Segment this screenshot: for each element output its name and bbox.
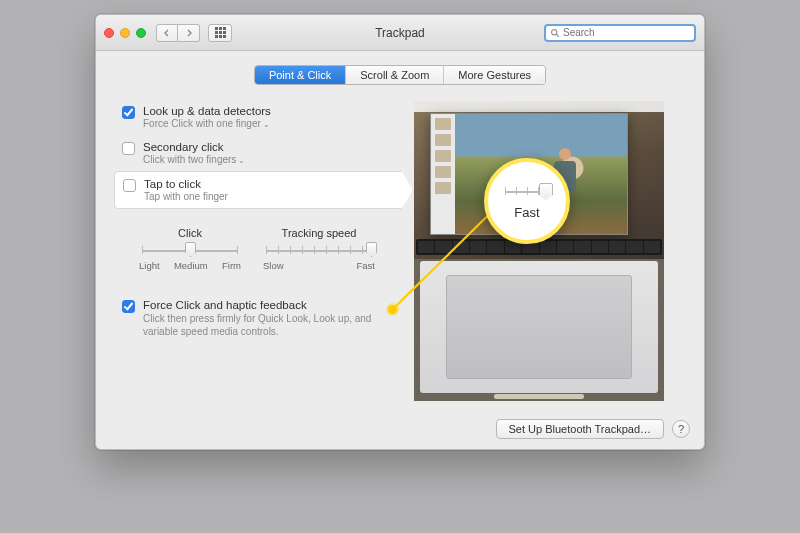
back-button[interactable] [156,24,178,42]
option-tap-to-click[interactable]: Tap to click Tap with one finger [114,171,400,209]
option-subtitle[interactable]: Force Click with one finger⌄ [143,118,271,129]
tab-point-and-click[interactable]: Point & Click [255,66,345,84]
option-subtitle: Tap with one finger [144,191,228,202]
checkbox-force-click[interactable] [122,300,135,313]
option-title: Tap to click [144,178,228,190]
tab-bar: Point & Click Scroll & Zoom More Gesture… [96,65,704,85]
gesture-preview [414,101,664,401]
slider-thumb[interactable] [366,242,377,257]
option-secondary-click[interactable]: Secondary click Click with two fingers⌄ [114,135,400,171]
forward-button[interactable] [178,24,200,42]
grid-icon [215,27,226,38]
slider-label: Tracking speed [282,227,357,239]
window-controls [104,28,146,38]
click-slider[interactable] [142,243,238,257]
minimize-icon[interactable] [120,28,130,38]
callout-slider [505,183,549,199]
window-title: Trackpad [375,26,425,40]
option-force-click[interactable]: Force Click and haptic feedback Click th… [114,299,400,338]
bluetooth-trackpad-button[interactable]: Set Up Bluetooth Trackpad… [496,419,664,439]
option-lookup[interactable]: Look up & data detectors Force Click wit… [114,99,400,135]
option-title: Secondary click [143,141,245,153]
slider-thumb[interactable] [185,242,196,257]
titlebar: Trackpad [96,15,704,51]
option-title: Look up & data detectors [143,105,271,117]
option-subtitle: Click then press firmly for Quick Look, … [143,312,392,338]
checkbox-tap-to-click[interactable] [123,179,136,192]
tracking-slider-group: Tracking speed Slow Fast [263,227,375,271]
search-input[interactable] [563,27,690,38]
option-subtitle[interactable]: Click with two fingers⌄ [143,154,245,165]
preview-laptop [420,261,658,393]
checkbox-secondary-click[interactable] [122,142,135,155]
footer: Set Up Bluetooth Trackpad… ? [496,419,690,439]
chevron-down-icon: ⌄ [263,120,270,129]
slider-tick-label: Light [139,260,160,271]
close-icon[interactable] [104,28,114,38]
slider-label: Click [178,227,202,239]
option-title: Force Click and haptic feedback [143,299,392,311]
callout-slider-thumb [539,183,553,201]
slider-tick-label: Fast [357,260,375,271]
svg-line-1 [556,34,559,37]
svg-point-0 [552,29,557,34]
search-field[interactable] [544,24,696,42]
tab-scroll-and-zoom[interactable]: Scroll & Zoom [345,66,443,84]
nav-buttons [156,24,200,42]
options-panel: Look up & data detectors Force Click wit… [114,93,400,401]
slider-tick-label: Medium [174,260,208,271]
show-all-button[interactable] [208,24,232,42]
checkbox-lookup[interactable] [122,106,135,119]
tab-more-gestures[interactable]: More Gestures [443,66,545,84]
chevron-down-icon: ⌄ [238,156,245,165]
preview-trackpad [446,275,632,379]
help-button[interactable]: ? [672,420,690,438]
annotation-dot [388,305,397,314]
tracking-speed-slider[interactable] [266,243,372,257]
annotation-callout: Fast [484,158,570,244]
slider-tick-label: Slow [263,260,284,271]
zoom-icon[interactable] [136,28,146,38]
search-icon [550,28,560,38]
slider-tick-label: Firm [222,260,241,271]
click-slider-group: Click Light Medium Firm [139,227,241,271]
trackpad-preferences-window: Trackpad Point & Click Scroll & Zoom Mor… [95,14,705,450]
callout-label: Fast [514,205,539,220]
